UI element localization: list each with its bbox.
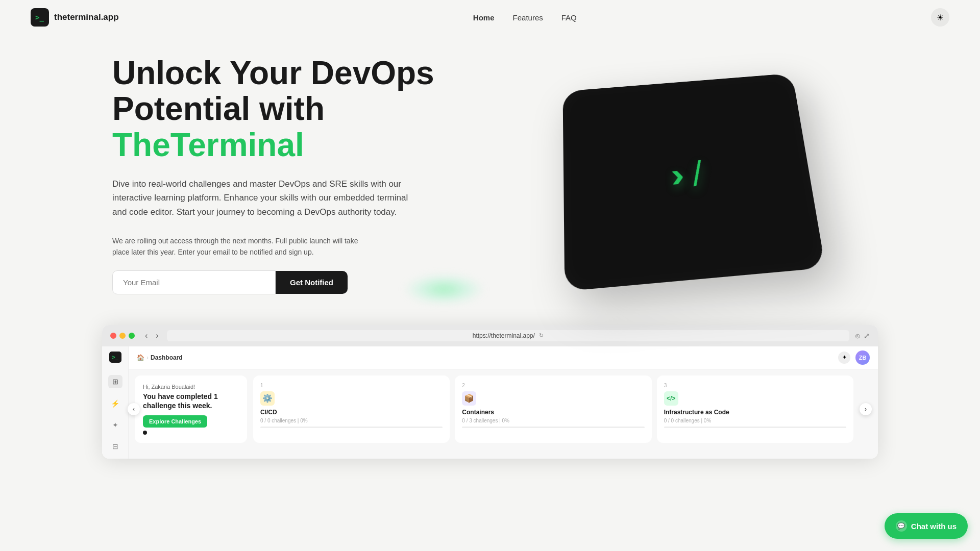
browser-external-link-button[interactable]: ⎋	[855, 332, 860, 340]
app-content: >_ ⊞ ⚡ ✦ ⊟ 🏠 › Dashboard ✦ ZB	[102, 346, 878, 459]
hero-section: Unlock Your DevOps Potential with TheTer…	[0, 35, 980, 325]
logo-text: theterminal.app	[54, 12, 119, 22]
nav-links: Home Features FAQ	[473, 13, 577, 22]
cicd-icon: ⚙️	[260, 391, 275, 406]
browser-navigation: ‹ ›	[143, 330, 161, 341]
hero-description: Dive into real-world challenges and mast…	[112, 177, 408, 219]
email-input[interactable]	[112, 270, 276, 294]
svg-text:>_: >_	[35, 13, 44, 22]
nav-features[interactable]: Features	[513, 13, 543, 22]
browser-mockup-section: ‹ › https://theterminal.app/ ↻ ⎋ ⤢ >_ ⊞ …	[0, 325, 980, 489]
cicd-meta: 0 / 0 challenges | 0%	[260, 418, 443, 423]
hero-title: Unlock Your DevOps Potential with TheTer…	[112, 55, 475, 163]
containers-icon: 📦	[462, 391, 476, 406]
hero-sub-text: We are rolling out access through the ne…	[112, 235, 368, 258]
refresh-icon[interactable]: ↻	[539, 332, 544, 339]
minimize-dot	[119, 333, 126, 339]
browser-window: ‹ › https://theterminal.app/ ↻ ⎋ ⤢ >_ ⊞ …	[102, 325, 878, 459]
app-main-content: 🏠 › Dashboard ✦ ZB Hi, Zakaria Boualaid!…	[129, 346, 878, 459]
explore-challenges-button[interactable]: Explore Challenges	[143, 415, 207, 428]
sidebar-logo: >_	[109, 352, 121, 363]
sidebar-item-settings[interactable]: ⊟	[108, 440, 122, 453]
challenge-card-cicd: 1 ⚙️ CI/CD 0 / 0 challenges | 0%	[253, 375, 450, 443]
logo-icon: >_	[31, 8, 49, 27]
get-notified-button[interactable]: Get Notified	[276, 271, 348, 294]
dashboard-body: Hi, Zakaria Boualaid! You have completed…	[129, 369, 878, 449]
terminal-chevron-icon: ›	[669, 156, 686, 195]
card-nav-left-arrow[interactable]: ‹	[128, 403, 140, 415]
hero-brand-name: TheTerminal	[112, 127, 304, 163]
terminal-3d-inner: › /	[562, 73, 825, 291]
containers-meta: 0 / 3 challenges | 0%	[462, 418, 644, 423]
browser-action-buttons: ⎋ ⤢	[855, 332, 870, 340]
iac-progress-bg	[664, 427, 846, 428]
button-glow	[403, 274, 485, 305]
theme-toggle-button[interactable]: ☀	[931, 8, 949, 27]
challenge-cards-container: 1 ⚙️ CI/CD 0 / 0 challenges | 0% 2 📦 Con…	[253, 375, 853, 443]
welcome-card: Hi, Zakaria Boualaid! You have completed…	[135, 375, 247, 443]
hero-visual: › /	[505, 72, 868, 277]
cicd-title: CI/CD	[260, 409, 443, 416]
progress-indicator-dot	[143, 431, 147, 435]
hero-title-line2: Potential with	[112, 90, 325, 127]
iac-title: Infrastructure as Code	[664, 409, 846, 416]
chat-with-us-button[interactable]: 💬 Chat with us	[885, 513, 968, 539]
user-avatar[interactable]: ZB	[855, 350, 870, 365]
sidebar-item-explore[interactable]: ✦	[108, 418, 122, 432]
navbar: >_ theterminal.app Home Features FAQ ☀	[0, 0, 980, 35]
logo[interactable]: >_ theterminal.app	[31, 8, 119, 27]
app-theme-toggle[interactable]: ✦	[838, 352, 850, 364]
welcome-greeting: Hi, Zakaria Boualaid!	[143, 384, 239, 390]
browser-fullscreen-button[interactable]: ⤢	[864, 332, 870, 340]
browser-url-bar[interactable]: https://theterminal.app/ ↻	[167, 330, 849, 341]
chat-button-label: Chat with us	[911, 522, 957, 531]
challenge-number-3: 3	[664, 383, 846, 388]
maximize-dot	[129, 333, 135, 339]
iac-meta: 0 / 0 challenges | 0%	[664, 418, 846, 423]
containers-progress-bg	[462, 427, 644, 428]
app-sidebar: >_ ⊞ ⚡ ✦ ⊟	[102, 346, 129, 459]
terminal-prompt: › /	[669, 151, 705, 199]
challenge-card-iac: 3 </> Infrastructure as Code 0 / 0 chall…	[657, 375, 853, 443]
close-dot	[110, 333, 116, 339]
cicd-progress-bg	[260, 427, 443, 428]
sidebar-item-challenges[interactable]: ⚡	[108, 396, 122, 410]
topbar-right-actions: ✦ ZB	[838, 350, 870, 365]
browser-url-text: https://theterminal.app/	[473, 332, 535, 339]
iac-icon: </>	[664, 391, 678, 406]
browser-traffic-lights	[110, 333, 135, 339]
challenge-number-1: 1	[260, 383, 443, 388]
chat-bubble-icon: 💬	[896, 520, 907, 532]
terminal-3d-graphic: › /	[564, 72, 809, 277]
breadcrumb-dashboard: Dashboard	[151, 354, 183, 361]
breadcrumb-separator: ›	[146, 354, 149, 361]
browser-back-button[interactable]: ‹	[143, 330, 150, 341]
sidebar-item-dashboard[interactable]: ⊞	[108, 375, 122, 388]
card-nav-right-arrow[interactable]: ›	[860, 403, 872, 415]
hero-content: Unlock Your DevOps Potential with TheTer…	[112, 55, 475, 294]
challenge-number-2: 2	[462, 383, 644, 388]
nav-home[interactable]: Home	[473, 13, 495, 22]
completed-text: You have completed 1 challenge this week…	[143, 392, 239, 410]
browser-forward-button[interactable]: ›	[154, 330, 160, 341]
email-form: Get Notified	[112, 270, 475, 294]
challenge-card-containers: 2 📦 Containers 0 / 3 challenges | 0%	[455, 375, 651, 443]
containers-title: Containers	[462, 409, 644, 416]
app-topbar: 🏠 › Dashboard ✦ ZB	[129, 346, 878, 369]
terminal-slash-icon: /	[691, 154, 704, 194]
hero-title-line1: Unlock Your DevOps	[112, 55, 434, 91]
browser-chrome-bar: ‹ › https://theterminal.app/ ↻ ⎋ ⤢	[102, 325, 878, 346]
nav-faq[interactable]: FAQ	[561, 13, 577, 22]
breadcrumb-home-icon: 🏠	[137, 354, 144, 361]
